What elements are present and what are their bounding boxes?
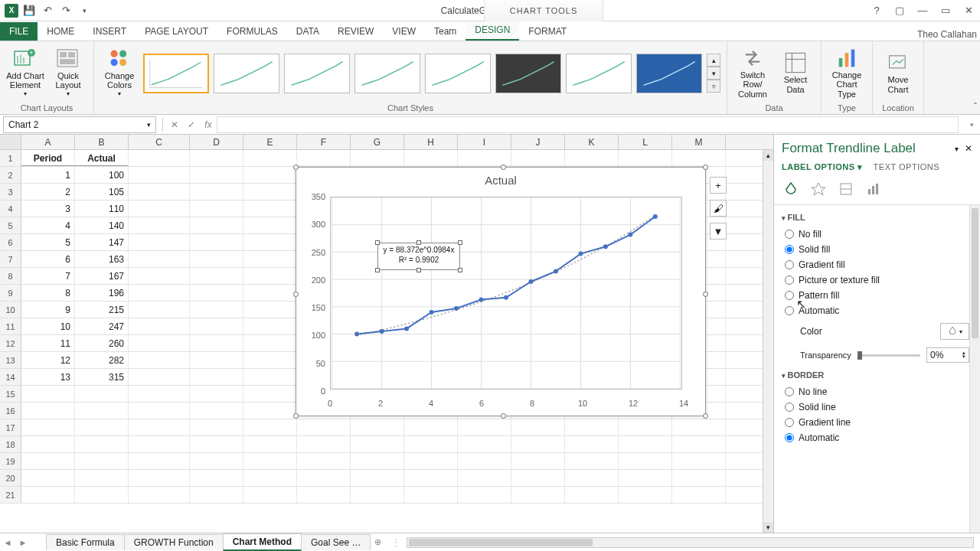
cell[interactable] — [243, 268, 297, 284]
cell[interactable] — [297, 419, 351, 435]
cell[interactable] — [351, 453, 404, 469]
cell[interactable]: 1 — [21, 167, 75, 183]
cell[interactable] — [565, 436, 619, 452]
cell[interactable] — [351, 487, 404, 503]
cell[interactable] — [129, 436, 190, 452]
column-header[interactable]: L — [619, 135, 672, 149]
cell[interactable] — [458, 487, 511, 503]
tab-file[interactable]: FILE — [0, 22, 38, 41]
row-header[interactable]: 2 — [0, 167, 21, 183]
cell[interactable] — [511, 436, 565, 452]
cell[interactable] — [672, 419, 726, 435]
cell[interactable] — [75, 386, 129, 402]
cell[interactable]: 8 — [21, 285, 75, 301]
chart-style-5[interactable] — [425, 54, 491, 93]
cell[interactable] — [75, 487, 129, 503]
picture-fill-radio[interactable]: Picture or texture fill — [780, 272, 974, 288]
cell[interactable] — [190, 369, 243, 385]
cell[interactable] — [672, 436, 726, 452]
cell[interactable] — [129, 386, 190, 402]
cell[interactable] — [565, 470, 619, 486]
tab-view[interactable]: VIEW — [383, 22, 425, 41]
sheet-tab-goal[interactable]: Goal See … — [301, 534, 371, 550]
cell[interactable] — [75, 419, 129, 435]
cell[interactable] — [21, 487, 75, 503]
row-header[interactable]: 18 — [0, 436, 21, 452]
chart-elements-icon[interactable]: + — [710, 177, 727, 194]
chart-style-4[interactable] — [354, 54, 420, 93]
expand-formula-icon[interactable]: ▾ — [963, 116, 980, 133]
cell[interactable] — [297, 150, 351, 166]
cell[interactable] — [129, 201, 190, 217]
select-all-corner[interactable] — [0, 135, 21, 149]
cell[interactable]: 5 — [21, 234, 75, 250]
cell[interactable] — [129, 352, 190, 368]
cell[interactable] — [297, 453, 351, 469]
redo-icon[interactable]: ↷ — [58, 3, 74, 18]
cell[interactable] — [190, 268, 243, 284]
ribbon-options-icon[interactable]: ▢ — [891, 3, 908, 18]
save-icon[interactable]: 💾 — [21, 3, 37, 18]
gradient-fill-radio[interactable]: Gradient fill — [780, 257, 974, 272]
cell[interactable] — [75, 470, 129, 486]
fill-section[interactable]: FILL — [780, 208, 974, 227]
cell[interactable] — [129, 234, 190, 250]
cell[interactable] — [351, 150, 404, 166]
cell[interactable]: 11 — [21, 335, 75, 351]
row-header[interactable]: 17 — [0, 419, 21, 435]
row-header[interactable]: 6 — [0, 234, 21, 250]
cell[interactable] — [458, 470, 511, 486]
cell[interactable] — [190, 285, 243, 301]
cell[interactable]: 196 — [75, 285, 129, 301]
cell[interactable]: 110 — [75, 201, 129, 217]
cell[interactable] — [243, 403, 297, 419]
chart-filter-icon[interactable]: ▼ — [710, 223, 727, 240]
cell[interactable] — [21, 403, 75, 419]
cell[interactable] — [619, 436, 672, 452]
tab-review[interactable]: REVIEW — [328, 22, 383, 41]
cell[interactable] — [190, 318, 243, 334]
chart-style-7[interactable] — [566, 54, 632, 93]
cell[interactable]: 2 — [21, 184, 75, 200]
cell[interactable] — [565, 419, 619, 435]
column-header[interactable]: D — [190, 135, 243, 149]
tab-page-layout[interactable]: PAGE LAYOUT — [136, 22, 217, 41]
cell[interactable]: 140 — [75, 217, 129, 233]
sheet-tab-growth[interactable]: GROWTH Function — [124, 534, 224, 550]
cell[interactable] — [351, 419, 404, 435]
cell[interactable]: Actual — [75, 150, 129, 166]
cell[interactable] — [190, 234, 243, 250]
cell[interactable] — [129, 470, 190, 486]
tab-formulas[interactable]: FORMULAS — [217, 22, 287, 41]
chart-style-3[interactable] — [284, 54, 350, 93]
cell[interactable] — [565, 487, 619, 503]
cell[interactable] — [243, 150, 297, 166]
cell[interactable] — [129, 184, 190, 200]
cell[interactable]: Period — [21, 150, 75, 166]
cell[interactable] — [190, 436, 243, 452]
cell[interactable] — [458, 419, 511, 435]
help-icon[interactable]: ? — [868, 3, 885, 18]
text-options-tab[interactable]: TEXT OPTIONS — [874, 162, 939, 172]
tab-data[interactable]: DATA — [287, 22, 328, 41]
cell[interactable] — [672, 470, 726, 486]
cell[interactable] — [243, 470, 297, 486]
cell[interactable] — [190, 251, 243, 267]
cell[interactable] — [190, 335, 243, 351]
cell[interactable] — [129, 318, 190, 334]
tab-insert[interactable]: INSERT — [83, 22, 136, 41]
cell[interactable] — [129, 302, 190, 318]
cell[interactable] — [190, 150, 243, 166]
column-header[interactable]: K — [565, 135, 619, 149]
fx-icon[interactable]: fx — [200, 116, 217, 133]
sheet-nav-prev[interactable]: ◄ — [0, 538, 15, 547]
cell[interactable]: 13 — [21, 369, 75, 385]
panel-close-icon[interactable]: ✕ — [965, 143, 972, 154]
worksheet[interactable]: ABCDEFGHIJKLM 1PeriodActual2110032105431… — [0, 135, 773, 533]
undo-icon[interactable]: ↶ — [40, 3, 55, 18]
row-header[interactable]: 7 — [0, 251, 21, 267]
cell[interactable]: 12 — [21, 352, 75, 368]
column-header[interactable]: J — [511, 135, 565, 149]
cell[interactable] — [21, 453, 75, 469]
trendline-label[interactable]: y = 88.372e^0.0984x R² = 0.9902 — [377, 243, 460, 270]
